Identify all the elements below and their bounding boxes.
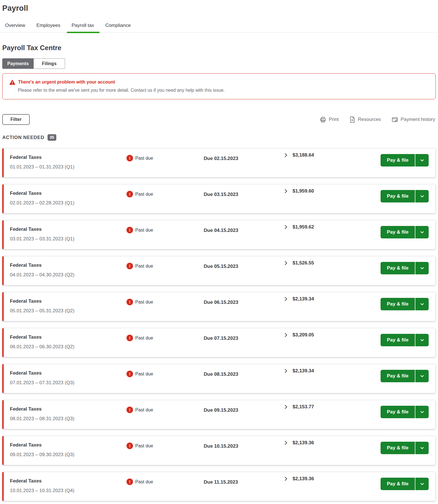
amount-value: $2,139.36	[293, 440, 314, 446]
toolbar-links: Print Resources Payment his	[320, 116, 435, 123]
status-label: Past due	[135, 371, 153, 377]
amount-value: $1,959.60	[293, 188, 314, 194]
amount-group: $2,139.34	[282, 296, 314, 302]
pay-file-button[interactable]: Pay & file	[381, 406, 415, 418]
pay-file-button[interactable]: Pay & file	[381, 262, 415, 274]
due-date: Due 08.15.2023	[204, 371, 238, 377]
toggle-filings[interactable]: Filings	[34, 58, 65, 69]
pay-file-button[interactable]: Pay & file	[381, 298, 415, 310]
pay-file-dropdown-toggle[interactable]	[415, 334, 429, 346]
status-badge: Past due	[126, 479, 153, 485]
tax-period: 05.01.2023 – 05.31.2023 (Q2)	[10, 308, 74, 314]
pay-file-button[interactable]: Pay & file	[381, 190, 415, 202]
tax-period: 04.01.2023 – 04.30.2023 (Q2)	[10, 272, 74, 278]
pay-file-dropdown-toggle[interactable]	[415, 298, 429, 310]
pay-file-split-button: Pay & file	[381, 226, 429, 238]
expand-row-chevron[interactable]	[282, 296, 289, 302]
pay-file-button[interactable]: Pay & file	[381, 334, 415, 346]
expand-row-chevron[interactable]	[282, 260, 289, 266]
print-icon	[320, 116, 326, 123]
payment-row: Federal Taxes 04.01.2023 – 04.30.2023 (Q…	[2, 256, 436, 285]
alert-body-text: Please refer to the email we've sent you…	[18, 88, 429, 93]
past-due-icon	[126, 155, 133, 161]
tax-period: 03.01.2023 – 03.31.2023 (Q1)	[10, 236, 74, 242]
resources-link[interactable]: Resources	[349, 116, 381, 123]
pay-file-button[interactable]: Pay & file	[381, 154, 415, 166]
amount-value: $1,959.62	[293, 224, 314, 230]
status-badge: Past due	[126, 335, 153, 341]
pay-file-dropdown-toggle[interactable]	[415, 226, 429, 238]
status-badge: Past due	[126, 407, 153, 413]
tax-period: 09.01.2023 – 09.30.2023 (Q3)	[10, 452, 74, 458]
status-badge: Past due	[126, 227, 153, 233]
tax-name: Federal Taxes	[10, 334, 42, 340]
tab-overview[interactable]: Overview	[5, 23, 25, 28]
tab-compliance[interactable]: Compliance	[105, 23, 131, 28]
payroll-tax-centre-heading: Payroll Tax Centre	[2, 44, 436, 52]
tax-name: Federal Taxes	[10, 406, 42, 412]
expand-row-chevron[interactable]	[282, 368, 289, 374]
status-label: Past due	[135, 264, 153, 269]
filter-button[interactable]: Filter	[2, 114, 30, 125]
pay-file-split-button: Pay & file	[381, 298, 429, 310]
past-due-icon	[126, 191, 133, 197]
action-needed-label: ACTION NEEDED	[2, 135, 44, 140]
expand-row-chevron[interactable]	[282, 152, 289, 159]
warning-triangle-icon	[9, 80, 15, 85]
payment-row: Federal Taxes 09.01.2023 – 09.30.2023 (Q…	[2, 436, 436, 465]
pay-file-split-button: Pay & file	[381, 370, 429, 382]
status-label: Past due	[135, 228, 153, 233]
tax-period: 02.01.2023 – 02.28.2023 (Q1)	[10, 200, 74, 206]
tax-period: 08.01.2023 – 08.31.2023 (Q3)	[10, 416, 74, 422]
tax-name: Federal Taxes	[10, 227, 42, 232]
payment-row: Federal Taxes 05.01.2023 – 05.31.2023 (Q…	[2, 292, 436, 321]
amount-value: $2,139.34	[293, 296, 314, 302]
amount-group: $1,959.60	[282, 188, 314, 195]
status-badge: Past due	[126, 299, 153, 305]
pay-file-button[interactable]: Pay & file	[381, 226, 415, 238]
past-due-icon	[126, 443, 133, 449]
due-date: Due 09.15.2023	[204, 407, 238, 413]
tax-name: Federal Taxes	[10, 478, 42, 484]
status-label: Past due	[135, 300, 153, 305]
tab-payroll-tax[interactable]: Payroll tax	[72, 23, 94, 28]
tax-period: 07.01.2023 – 07.31.2023 (Q3)	[10, 380, 74, 386]
chevron-down-icon	[419, 157, 425, 163]
pay-file-dropdown-toggle[interactable]	[415, 478, 429, 490]
pay-file-split-button: Pay & file	[381, 154, 429, 166]
card-check-icon	[392, 116, 398, 123]
toggle-payments[interactable]: Payments	[2, 58, 34, 69]
amount-value: $3,188.64	[293, 152, 314, 158]
pay-file-dropdown-toggle[interactable]	[415, 406, 429, 418]
pay-file-dropdown-toggle[interactable]	[415, 370, 429, 382]
expand-row-chevron[interactable]	[282, 332, 289, 338]
pay-file-dropdown-toggle[interactable]	[415, 190, 429, 202]
expand-row-chevron[interactable]	[282, 439, 289, 446]
urgent-account-alert: There's an urgent problem with your acco…	[2, 73, 436, 99]
pay-file-button[interactable]: Pay & file	[381, 442, 415, 454]
pay-file-split-button: Pay & file	[381, 262, 429, 274]
print-link[interactable]: Print	[320, 116, 339, 123]
expand-row-chevron[interactable]	[282, 475, 289, 482]
chevron-down-icon	[419, 265, 425, 271]
payment-history-link[interactable]: Payment history	[392, 116, 435, 123]
pay-file-split-button: Pay & file	[381, 406, 429, 418]
pay-file-dropdown-toggle[interactable]	[415, 442, 429, 454]
chevron-down-icon	[419, 301, 425, 307]
pay-file-dropdown-toggle[interactable]	[415, 154, 429, 166]
tab-employees[interactable]: Employees	[36, 23, 60, 28]
status-badge: Past due	[126, 263, 153, 269]
payment-history-label: Payment history	[401, 117, 435, 122]
action-needed-list: Federal Taxes 01.01.2023 – 01.31.2023 (Q…	[0, 148, 438, 504]
pay-file-button[interactable]: Pay & file	[381, 370, 415, 382]
expand-row-chevron[interactable]	[282, 188, 289, 195]
expand-row-chevron[interactable]	[282, 403, 289, 410]
pay-file-dropdown-toggle[interactable]	[415, 262, 429, 274]
amount-value: $2,139.34	[293, 368, 314, 374]
expand-row-chevron[interactable]	[282, 224, 289, 230]
pay-file-button[interactable]: Pay & file	[381, 478, 415, 490]
due-date: Due 06.15.2023	[204, 300, 238, 305]
payroll-tabs: Overview Employees Payroll tax Complianc…	[0, 23, 438, 33]
payment-row: Federal Taxes 06.01.2023 – 06.30.2023 (Q…	[2, 328, 436, 357]
toolbar: Filter Print Resou	[2, 114, 435, 125]
